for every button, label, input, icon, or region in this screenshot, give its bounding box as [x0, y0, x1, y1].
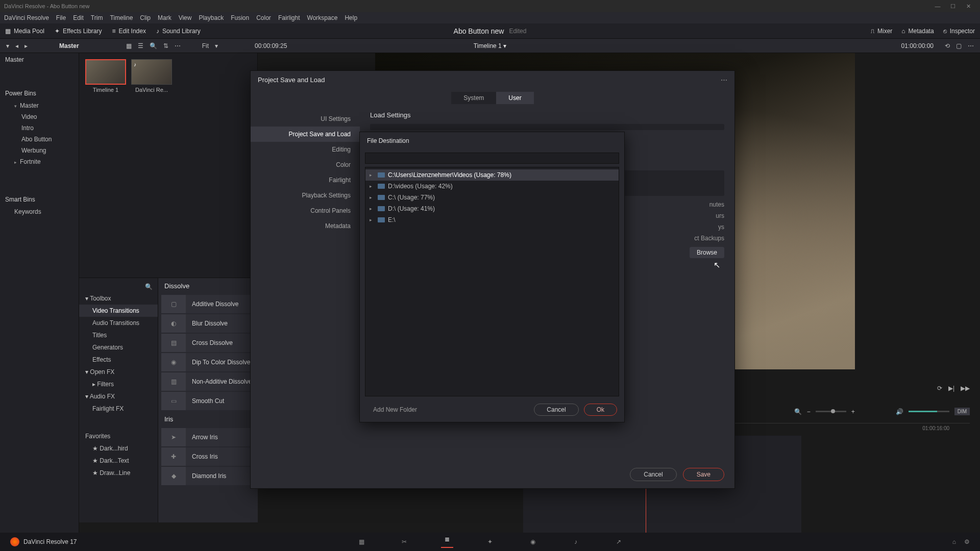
master-folder[interactable]: Master: [0, 100, 79, 111]
layout-icon[interactable]: ▢: [956, 42, 962, 49]
fx-fairlightfx[interactable]: Fairlight FX: [79, 403, 158, 415]
file-dest-ok-button[interactable]: Ok: [584, 404, 617, 416]
settings-save-button[interactable]: Save: [683, 468, 724, 481]
timeline-name[interactable]: Timeline 1 ▾: [474, 42, 506, 49]
close-button[interactable]: ✕: [961, 3, 976, 10]
toolbox-header[interactable]: ▾ Toolbox: [79, 292, 158, 305]
nav-playback[interactable]: Playback Settings: [251, 188, 360, 203]
fit-dropdown[interactable]: Fit: [202, 42, 209, 49]
nav-metadata[interactable]: Metadata: [251, 218, 360, 234]
menu-davinci[interactable]: DaVinci Resolve: [4, 14, 49, 21]
menu-timeline[interactable]: Timeline: [110, 14, 133, 21]
page-edit[interactable]: ≣: [441, 536, 453, 548]
fx-item[interactable]: ▢Additive Dissolve: [161, 295, 255, 313]
sound-library-toggle[interactable]: ♪ Sound Library: [156, 28, 201, 35]
page-fairlight[interactable]: ♪: [570, 536, 582, 548]
bin-keywords[interactable]: Keywords: [0, 206, 79, 217]
play-next-icon[interactable]: ▶|: [948, 385, 954, 392]
mixer-toggle[interactable]: ⎍Mixer: [871, 28, 892, 35]
more-icon[interactable]: ⋯: [175, 42, 181, 49]
play-end-icon[interactable]: ▶▶: [961, 385, 970, 392]
bin-video[interactable]: Video: [0, 111, 79, 122]
fx-item[interactable]: ✚Cross Iris: [161, 447, 255, 466]
master-bin[interactable]: Master: [0, 53, 79, 66]
fx-item[interactable]: ◐Blur Dissolve: [161, 314, 255, 333]
sync-icon[interactable]: ⟲: [945, 42, 950, 49]
volume-slider[interactable]: [909, 411, 949, 412]
sort-icon[interactable]: ⇅: [163, 42, 168, 49]
file-dest-cancel-button[interactable]: Cancel: [534, 404, 578, 416]
fx-video-transitions[interactable]: Video Transitions: [79, 305, 158, 317]
effects-library-toggle[interactable]: ✦ Effects Library: [55, 28, 102, 35]
nav-next[interactable]: ▸: [24, 42, 28, 49]
page-fusion[interactable]: ✦: [484, 536, 496, 548]
path-input[interactable]: [365, 153, 619, 164]
fx-audio-transitions[interactable]: Audio Transitions: [79, 317, 158, 329]
speaker-icon[interactable]: 🔊: [896, 408, 903, 415]
thumb-view-icon[interactable]: ▦: [126, 42, 132, 49]
bin-werbung[interactable]: Werbung: [0, 145, 79, 156]
fx-item[interactable]: ▭Smooth Cut: [161, 392, 255, 410]
list-view-icon[interactable]: ☰: [138, 42, 143, 49]
menu-mark[interactable]: Mark: [158, 14, 172, 21]
fx-item[interactable]: ➤Arrow Iris: [161, 428, 255, 446]
fx-effects[interactable]: Effects: [79, 354, 158, 366]
fav-item[interactable]: ★ Dark...Text: [79, 455, 158, 467]
home-icon[interactable]: ⌂: [952, 538, 956, 545]
nav-ui-settings[interactable]: UI Settings: [251, 111, 360, 127]
tab-user[interactable]: User: [496, 92, 533, 104]
maximize-button[interactable]: ☐: [945, 3, 961, 10]
dim-button[interactable]: DIM: [954, 408, 970, 415]
menu-edit[interactable]: Edit: [73, 14, 84, 21]
nav-prev[interactable]: ◂: [15, 42, 18, 49]
clip-thumb[interactable]: Timeline 1: [85, 59, 126, 93]
settings-cancel-button[interactable]: Cancel: [630, 468, 676, 481]
browse-button[interactable]: Browse: [690, 247, 724, 258]
drive-row[interactable]: ▸E:\: [365, 214, 619, 226]
nav-editing[interactable]: Editing: [251, 142, 360, 157]
openfx-header[interactable]: ▾ Open FX: [79, 366, 158, 378]
fx-item[interactable]: ◆Diamond Iris: [161, 467, 255, 485]
zoom-out[interactable]: −: [807, 408, 811, 415]
drive-row[interactable]: ▸D:\ (Usage: 41%): [365, 203, 619, 214]
fx-item[interactable]: ▤Cross Dissolve: [161, 334, 255, 352]
dialog-more-icon[interactable]: ⋯: [721, 76, 727, 84]
zoom-icon[interactable]: 🔍: [794, 408, 802, 415]
fav-item[interactable]: ★ Draw...Line: [79, 467, 158, 479]
options-icon[interactable]: ⋯: [968, 42, 974, 49]
nav-color[interactable]: Color: [251, 157, 360, 172]
fav-item[interactable]: ★ Dark...hird: [79, 442, 158, 455]
search-icon[interactable]: 🔍: [145, 283, 153, 290]
fx-filters[interactable]: ▸ Filters: [79, 378, 158, 390]
fit-chevron-icon[interactable]: ▾: [215, 42, 218, 49]
drive-row[interactable]: ▸D:\videos (Usage: 42%): [365, 181, 619, 192]
menu-trim[interactable]: Trim: [91, 14, 103, 21]
menu-help[interactable]: Help: [345, 14, 357, 21]
nav-control-panels[interactable]: Control Panels: [251, 203, 360, 218]
page-media[interactable]: ▦: [355, 536, 368, 548]
menu-view[interactable]: View: [179, 14, 192, 21]
inspector-toggle[interactable]: ⎋Inspector: [943, 28, 975, 35]
menu-file[interactable]: File: [56, 14, 66, 21]
bin-intro[interactable]: Intro: [0, 122, 79, 134]
menu-workspace[interactable]: Workspace: [307, 14, 338, 21]
edit-index-toggle[interactable]: ≡ Edit Index: [112, 28, 146, 35]
settings-icon[interactable]: ⚙: [964, 538, 970, 545]
metadata-toggle[interactable]: ⌂Metadata: [901, 28, 934, 35]
page-deliver[interactable]: ↗: [612, 536, 625, 548]
fx-item[interactable]: ◉Dip To Color Dissolve: [161, 353, 255, 371]
search-icon[interactable]: 🔍: [150, 42, 157, 49]
bin-abo-button[interactable]: Abo Button: [0, 134, 79, 145]
fx-titles[interactable]: Titles: [79, 329, 158, 341]
drive-row[interactable]: ▸C:\ (Usage: 77%): [365, 192, 619, 203]
fx-item[interactable]: ▥Non-Additive Dissolve: [161, 372, 255, 391]
menu-fusion[interactable]: Fusion: [231, 14, 249, 21]
loop-icon[interactable]: ⟳: [937, 385, 942, 392]
fx-generators[interactable]: Generators: [79, 341, 158, 354]
clip-thumb[interactable]: ♪ DaVinci Re...: [131, 59, 172, 93]
audiofx-header[interactable]: ▾ Audio FX: [79, 390, 158, 403]
add-new-folder-button[interactable]: Add New Folder: [367, 404, 423, 415]
menu-fairlight[interactable]: Fairlight: [278, 14, 300, 21]
pool-dropdown[interactable]: ▾: [6, 42, 9, 49]
nav-fairlight[interactable]: Fairlight: [251, 172, 360, 188]
